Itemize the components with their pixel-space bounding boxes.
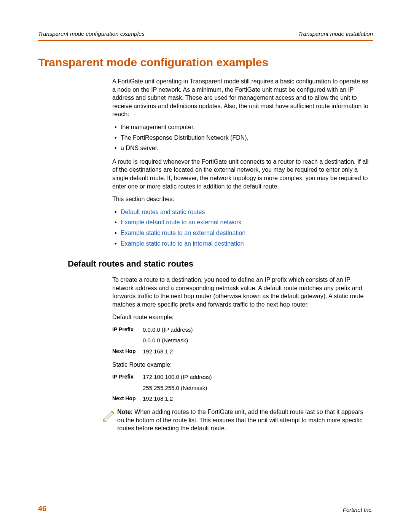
page-footer: 46 Fortinet Inc. xyxy=(38,504,373,513)
static-route-table: IP Prefix 172.100.100.0 (IP address) 255… xyxy=(112,373,373,403)
section-heading: Default routes and static routes xyxy=(68,259,373,269)
ip-address-value: 0.0.0.0 (IP address) xyxy=(143,326,193,334)
route-required-paragraph: A route is required whenever the FortiGa… xyxy=(112,158,373,190)
note-body: When adding routes to the FortiGate unit… xyxy=(117,409,363,431)
table-row: Next Hop 192.168.1.2 xyxy=(112,395,373,403)
default-intro-paragraph: To create a route to a destination, you … xyxy=(112,276,373,308)
table-row: 0.0.0.0 (Netmask) xyxy=(112,337,373,344)
page-title: Transparent mode configuration examples xyxy=(38,56,373,69)
next-hop-label: Next Hop xyxy=(112,348,143,355)
footer-company: Fortinet Inc. xyxy=(343,506,373,513)
header-left: Transparent mode configuration examples xyxy=(38,30,145,37)
table-row: IP Prefix 172.100.100.0 (IP address) xyxy=(112,373,373,381)
toc-link-item[interactable]: Example static route to an external dest… xyxy=(112,229,373,237)
note-text: Note: When adding routes to the FortiGat… xyxy=(117,408,373,433)
ip-prefix-label: IP Prefix xyxy=(112,373,143,381)
default-route-table: IP Prefix 0.0.0.0 (IP address) 0.0.0.0 (… xyxy=(112,326,373,355)
table-row: Next Hop 192.168.1.2 xyxy=(112,348,373,355)
note-block: Note: When adding routes to the FortiGat… xyxy=(100,408,373,433)
note-icon xyxy=(100,409,116,424)
toc-link-list: Default routes and static routes Example… xyxy=(112,208,373,248)
note-prefix: Note: xyxy=(117,409,134,415)
next-hop-label: Next Hop xyxy=(112,395,143,403)
reach-list: the management computer, The FortiRespon… xyxy=(112,123,373,152)
header-right: Transparent mode installation xyxy=(298,30,373,37)
page-content: Transparent mode configuration examples … xyxy=(0,0,411,532)
body-section: A FortiGate unit operating in Transparen… xyxy=(112,77,373,248)
toc-link-item[interactable]: Example default route to an external net… xyxy=(112,218,373,227)
table-row: IP Prefix 0.0.0.0 (IP address) xyxy=(112,326,373,334)
ip-prefix-label: IP Prefix xyxy=(112,326,143,334)
toc-link-item[interactable]: Default routes and static routes xyxy=(112,208,373,216)
netmask-value: 0.0.0.0 (Netmask) xyxy=(143,337,188,344)
intro-paragraph: A FortiGate unit operating in Transparen… xyxy=(112,77,373,118)
static-example-label: Static Route example: xyxy=(112,361,373,369)
section-describes-paragraph: This section describes: xyxy=(112,195,373,203)
list-item: the management computer, xyxy=(112,123,373,131)
ip-address-value: 172.100.100.0 (IP address) xyxy=(143,373,212,381)
next-hop-value: 192.168.1.2 xyxy=(143,395,173,403)
page-number: 46 xyxy=(38,504,46,513)
default-routes-section: To create a route to a destination, you … xyxy=(112,276,373,403)
netmask-value: 255.255.255.0 (Netmask) xyxy=(143,384,207,392)
table-row: 255.255.255.0 (Netmask) xyxy=(112,384,373,392)
running-header: Transparent mode configuration examples … xyxy=(38,30,373,41)
list-item: The FortiResponse Distribution Network (… xyxy=(112,134,373,142)
next-hop-value: 192.168.1.2 xyxy=(143,348,173,355)
default-example-label: Default route example: xyxy=(112,313,373,321)
list-item: a DNS server. xyxy=(112,144,373,152)
toc-link-item[interactable]: Example static route to an internal dest… xyxy=(112,240,373,248)
